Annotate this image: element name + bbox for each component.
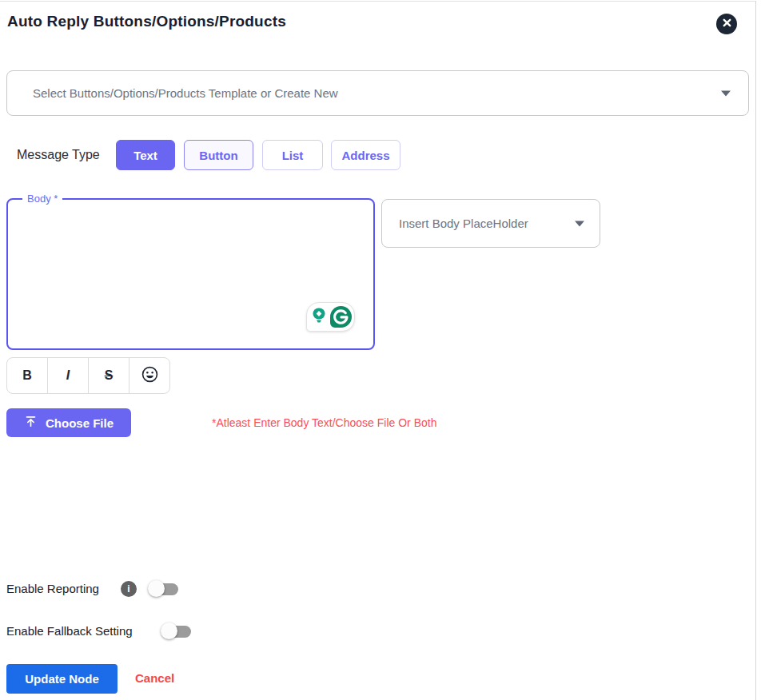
choose-file-button[interactable]: Choose File bbox=[6, 408, 131, 437]
page-title: Auto Reply Buttons/Options/Products bbox=[7, 13, 286, 30]
message-type-label: Message Type bbox=[17, 148, 100, 162]
insert-body-placeholder-label: Insert Body PlaceHolder bbox=[399, 217, 528, 230]
enable-fallback-label: Enable Fallback Setting bbox=[6, 624, 133, 638]
choose-file-label: Choose File bbox=[46, 416, 114, 430]
cancel-button[interactable]: Cancel bbox=[135, 671, 174, 685]
update-node-button[interactable]: Update Node bbox=[6, 664, 118, 694]
smiley-icon bbox=[141, 365, 159, 387]
chevron-down-icon bbox=[575, 221, 584, 226]
strikethrough-button[interactable]: S bbox=[89, 358, 129, 393]
validation-note: *Atleast Enter Body Text/Choose File Or … bbox=[212, 416, 436, 429]
format-toolbar: B I S bbox=[6, 357, 170, 394]
message-type-button-button[interactable]: Button bbox=[184, 140, 253, 170]
toggle-thumb bbox=[148, 580, 165, 597]
upload-icon bbox=[24, 415, 38, 431]
message-type-address-button[interactable]: Address bbox=[331, 140, 400, 170]
body-label: Body * bbox=[22, 193, 62, 205]
template-select[interactable]: Select Buttons/Options/Products Template… bbox=[6, 70, 749, 116]
message-type-text-button[interactable]: Text bbox=[116, 140, 175, 170]
top-divider bbox=[0, 1, 756, 2]
grammarly-g-icon[interactable] bbox=[330, 306, 352, 328]
italic-button[interactable]: I bbox=[48, 358, 89, 393]
toggle-thumb bbox=[161, 622, 177, 639]
emoji-button[interactable] bbox=[129, 358, 169, 393]
enable-fallback-toggle[interactable] bbox=[161, 622, 193, 640]
enable-reporting-label: Enable Reporting bbox=[6, 582, 99, 595]
chevron-down-icon bbox=[721, 90, 731, 96]
message-type-list-button[interactable]: List bbox=[262, 140, 323, 170]
enable-reporting-toggle[interactable] bbox=[148, 580, 180, 598]
info-icon[interactable]: i bbox=[121, 581, 137, 597]
lightbulb-sparkle-icon[interactable] bbox=[309, 306, 329, 328]
grammarly-widget[interactable] bbox=[306, 302, 355, 332]
bold-button[interactable]: B bbox=[7, 358, 48, 393]
insert-body-placeholder-select[interactable]: Insert Body PlaceHolder bbox=[381, 199, 600, 248]
right-divider bbox=[755, 1, 756, 700]
close-icon bbox=[722, 17, 732, 31]
close-button[interactable] bbox=[716, 14, 737, 34]
template-select-placeholder: Select Buttons/Options/Products Template… bbox=[33, 86, 338, 100]
auto-reply-modal: Auto Reply Buttons/Options/Products Sele… bbox=[0, 0, 761, 700]
